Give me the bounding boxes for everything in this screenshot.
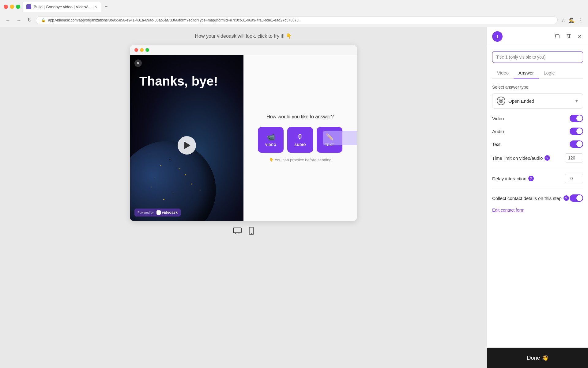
video-title: Thanks, bye!: [139, 74, 234, 89]
preview-window: Thanks, bye! ✕ Powered by: videoask: [130, 45, 357, 221]
tab-answer[interactable]: Answer: [514, 68, 539, 79]
done-button[interactable]: Done 👋: [487, 348, 588, 368]
answer-section: How would you like to answer? 📹 VIDEO 🎙 …: [243, 55, 357, 221]
videoask-logo-text: videoask: [162, 210, 178, 215]
divider-2: [492, 189, 583, 189]
audio-toggle-label: Audio: [492, 129, 504, 134]
tab-close-button[interactable]: ✕: [94, 5, 97, 9]
answer-type-icon: [497, 97, 505, 105]
video-play-button[interactable]: [178, 136, 196, 155]
maximize-dot[interactable]: [16, 5, 20, 9]
preview-window-chrome: [130, 45, 357, 55]
delay-label-group: Delay interaction ?: [492, 176, 534, 181]
preview-content: Thanks, bye! ✕ Powered by: videoask: [130, 55, 357, 221]
minimize-dot[interactable]: [10, 5, 14, 9]
more-menu-button[interactable]: ⋮: [577, 16, 584, 24]
collect-contact-row: Collect contact details on this step ?: [492, 194, 583, 202]
time-limit-label: Time limit on video/audio: [492, 155, 543, 161]
preview-dot-yellow: [140, 48, 144, 52]
audio-toggle[interactable]: [570, 128, 583, 135]
svg-point-5: [251, 233, 252, 234]
address-text: app.videoask.com/app/organizations/8b955…: [48, 18, 552, 22]
tab-favicon: [26, 4, 31, 9]
preview-dot-green: [145, 48, 149, 52]
panel-tabs: Video Answer Logic: [492, 68, 583, 79]
forward-button[interactable]: →: [15, 16, 23, 24]
answer-video-button[interactable]: 📹 VIDEO: [258, 127, 284, 153]
desktop-view-button[interactable]: [232, 226, 243, 237]
browser-titlebar: Build | Goodbye video | VideoA... ✕ +: [0, 0, 588, 13]
edit-contact-form-button[interactable]: Edit contact form: [492, 208, 524, 213]
delay-help-icon[interactable]: ?: [528, 176, 534, 181]
divider: [492, 168, 583, 168]
svg-rect-6: [556, 35, 559, 38]
panel-footer: Done 👋: [487, 347, 588, 368]
panel-body: Video Answer Logic Select answer type: O…: [487, 46, 588, 347]
svg-rect-0: [233, 228, 241, 233]
video-background: Thanks, bye! ✕ Powered by: videoask: [130, 55, 243, 221]
copy-step-button[interactable]: [553, 32, 561, 41]
video-button-label: VIDEO: [265, 143, 277, 147]
svg-point-8: [500, 100, 502, 102]
address-bar[interactable]: 🔒 app.videoask.com/app/organizations/8b9…: [36, 16, 558, 24]
videoask-logo-icon: [156, 210, 161, 215]
text-toggle[interactable]: [570, 140, 583, 148]
collect-toggle[interactable]: [570, 194, 583, 202]
incognito-button[interactable]: 🕵: [568, 16, 576, 24]
video-camera-icon: 📹: [267, 133, 275, 141]
browser-tab[interactable]: Build | Goodbye video | VideoA... ✕: [23, 2, 101, 12]
step-number: 1: [492, 31, 503, 42]
chevron-down-icon: ▼: [575, 99, 579, 103]
play-triangle-icon: [184, 142, 190, 149]
mobile-view-button[interactable]: [248, 226, 255, 238]
time-limit-input[interactable]: [565, 153, 583, 163]
preview-area: How your videoask will look, click to tr…: [0, 27, 487, 368]
answer-cta-bar: [323, 131, 357, 145]
panel-header: 1 ✕: [487, 27, 588, 46]
delete-step-button[interactable]: [565, 32, 573, 41]
preview-hint: How your videoask will look, click to tr…: [195, 33, 292, 39]
close-dot[interactable]: [4, 5, 8, 9]
view-controls: [232, 226, 255, 238]
audio-button-label: AUDIO: [294, 143, 306, 147]
video-toggle-row: Video: [492, 115, 583, 122]
back-button[interactable]: ←: [4, 16, 12, 24]
video-toggle[interactable]: [570, 115, 583, 122]
tab-title: Build | Goodbye video | VideoA...: [34, 5, 92, 9]
new-tab-button[interactable]: +: [103, 2, 109, 11]
collect-help-icon[interactable]: ?: [564, 195, 569, 201]
text-toggle-row: Text: [492, 140, 583, 148]
collect-label-group: Collect contact details on this step ?: [492, 195, 569, 201]
toggle-knob: [576, 115, 582, 121]
tab-logic[interactable]: Logic: [539, 68, 560, 79]
preview-dot-red: [134, 48, 138, 52]
delay-input[interactable]: [565, 174, 583, 183]
practice-hint: 👇 You can practice before sending: [269, 158, 332, 162]
text-toggle-label: Text: [492, 142, 501, 147]
toggle-knob: [576, 128, 582, 134]
powered-by-logo: videoask: [156, 210, 178, 215]
answer-audio-button[interactable]: 🎙 AUDIO: [287, 127, 313, 153]
time-limit-help-icon[interactable]: ?: [545, 155, 550, 161]
answer-type-selector[interactable]: Open Ended ▼: [492, 93, 583, 109]
video-close-button[interactable]: ✕: [134, 59, 142, 67]
bookmark-button[interactable]: ☆: [560, 16, 567, 24]
select-answer-label: Select answer type:: [492, 85, 583, 90]
step-title-input[interactable]: [492, 51, 583, 63]
right-panel: 1 ✕ Video Answer Logic Select ans: [487, 27, 588, 368]
powered-by-text: Powered by:: [138, 211, 155, 214]
audio-toggle-row: Audio: [492, 128, 583, 135]
delay-row: Delay interaction ?: [492, 174, 583, 183]
app-body: How your videoask will look, click to tr…: [0, 27, 588, 368]
tab-video[interactable]: Video: [492, 68, 514, 79]
powered-by-badge: Powered by: videoask: [134, 209, 181, 217]
answer-type-name: Open Ended: [508, 98, 534, 104]
browser-toolbar: ← → ↻ 🔒 app.videoask.com/app/organizatio…: [0, 13, 588, 27]
reload-button[interactable]: ↻: [26, 16, 33, 24]
close-panel-button[interactable]: ✕: [576, 32, 583, 41]
answer-prompt: How would you like to answer?: [266, 114, 334, 120]
video-toggle-label: Video: [492, 116, 504, 121]
time-limit-row: Time limit on video/audio ?: [492, 153, 583, 163]
browser-dots: [4, 5, 20, 9]
toolbar-icons: ☆ 🕵 ⋮: [560, 16, 584, 24]
